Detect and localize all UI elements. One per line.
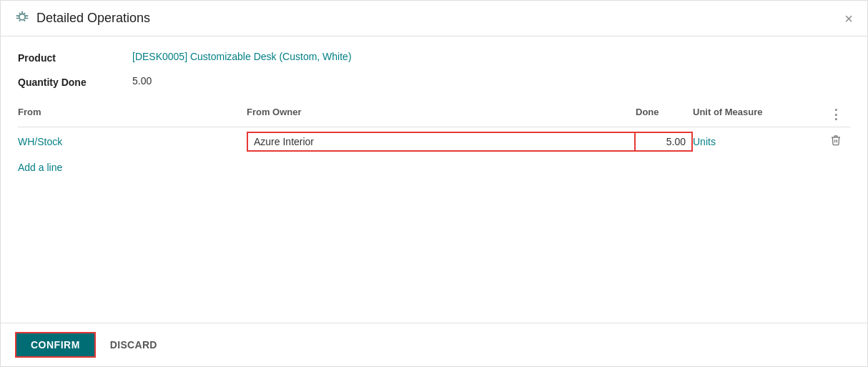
table-header: From From Owner Done Unit of Measure ⋮ [18, 102, 850, 127]
dialog-header: Detailed Operations × [1, 1, 867, 36]
col-from-owner: From Owner [247, 107, 636, 122]
product-field-row: Product [DESK0005] Customizable Desk (Cu… [18, 51, 850, 64]
close-icon[interactable]: × [844, 11, 853, 26]
table-row: WH/Stock Azure Interior 5.00 Units [18, 127, 850, 156]
dialog-body: Product [DESK0005] Customizable Desk (Cu… [1, 36, 867, 323]
col-kebab[interactable]: ⋮ [822, 107, 850, 122]
quantity-label: Quantity Done [18, 75, 132, 88]
dialog-header-left: Detailed Operations [15, 9, 150, 27]
detailed-operations-dialog: Detailed Operations × Product [DESK0005]… [0, 0, 868, 367]
row-from-owner[interactable]: Azure Interior [247, 132, 636, 152]
quantity-field-row: Quantity Done 5.00 [18, 75, 850, 88]
dialog-title: Detailed Operations [36, 11, 150, 26]
row-delete-icon[interactable] [822, 134, 850, 149]
quantity-value: 5.00 [132, 75, 152, 87]
add-line-button[interactable]: Add a line [18, 162, 62, 173]
row-from[interactable]: WH/Stock [18, 136, 247, 147]
product-label: Product [18, 51, 132, 64]
row-unit-of-measure[interactable]: Units [693, 136, 822, 147]
col-done: Done [636, 107, 693, 122]
row-done[interactable]: 5.00 [636, 132, 693, 152]
bug-icon [15, 9, 29, 27]
confirm-button[interactable]: CONFIRM [15, 332, 96, 358]
svg-point-0 [19, 14, 25, 20]
col-unit-of-measure: Unit of Measure [693, 107, 822, 122]
operations-table: From From Owner Done Unit of Measure ⋮ W… [18, 102, 850, 173]
product-value[interactable]: [DESK0005] Customizable Desk (Custom, Wh… [132, 51, 352, 62]
discard-button[interactable]: DISCARD [107, 333, 160, 356]
dialog-footer: CONFIRM DISCARD [1, 323, 867, 366]
col-from: From [18, 107, 247, 122]
